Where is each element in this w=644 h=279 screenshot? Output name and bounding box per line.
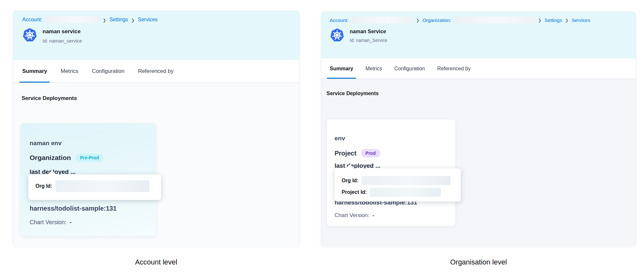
tab-metrics[interactable]: Metrics — [365, 58, 382, 79]
tab-configuration[interactable]: Configuration — [92, 60, 124, 83]
tab-configuration[interactable]: Configuration — [394, 58, 425, 79]
service-header: Account: ❯ Settings ❯ Services — [13, 11, 299, 60]
org-id-label: Org Id: — [35, 183, 52, 189]
breadcrumb-services-link[interactable]: Services — [572, 17, 590, 23]
tab-referenced-by[interactable]: Referenced by — [437, 58, 471, 79]
scope-label: Organization — [30, 154, 71, 162]
chevron-right-icon: ❯ — [565, 18, 568, 23]
env-type-badge: Pre-Prod — [75, 154, 103, 162]
breadcrumb-services-link[interactable]: Services — [138, 17, 157, 23]
project-id-label: Project Id: — [342, 189, 367, 195]
summary-tab-content: Service Deployments env Project Prod las… — [321, 79, 636, 246]
caption-organisation-level: Organisation level — [321, 258, 636, 266]
environment-card[interactable]: env Project Prod last deployed ... Org I… — [327, 119, 456, 226]
service-header: Account: ❯ Organization: ❯ Settings ❯ Se… — [321, 12, 636, 58]
chart-version-label: Chart Version: — [335, 212, 369, 219]
section-title: Service Deployments — [327, 91, 379, 96]
chart-version-value: - — [373, 212, 374, 219]
service-tabs: Summary Metrics Configuration Referenced… — [321, 58, 636, 79]
scope-id-tooltip: Org Id: Project Id: — [335, 168, 461, 202]
org-id-label: Org Id: — [342, 178, 358, 184]
service-id: Id: naman_service — [43, 38, 82, 44]
breadcrumb-settings-link[interactable]: Settings — [109, 17, 128, 23]
tab-referenced-by[interactable]: Referenced by — [138, 60, 174, 83]
chevron-right-icon: ❯ — [538, 18, 541, 23]
chart-version-label: Chart Version: — [30, 219, 66, 226]
env-type-badge: Prod — [361, 149, 380, 157]
breadcrumb: Account: ❯ Settings ❯ Services — [22, 16, 290, 23]
tab-summary[interactable]: Summary — [22, 60, 47, 83]
scope-id-tooltip: Org Id: — [28, 174, 161, 200]
redacted-project-id — [370, 188, 441, 197]
service-title: naman service — [43, 28, 82, 35]
breadcrumb: Account: ❯ Organization: ❯ Settings ❯ Se… — [330, 16, 627, 24]
service-tabs: Summary Metrics Configuration Referenced… — [13, 60, 299, 83]
environment-name: env — [335, 135, 345, 142]
chevron-right-icon: ❯ — [103, 18, 106, 23]
chart-version-value: - — [70, 219, 71, 226]
service-id: Id: naman_Service — [350, 38, 387, 43]
breadcrumb-organization-link[interactable]: Organization: — [422, 17, 451, 23]
service-title: naman Service — [350, 29, 387, 35]
environment-card[interactable]: naman env Organization Pre-Prod last dep… — [21, 124, 156, 236]
tab-summary[interactable]: Summary — [330, 58, 353, 79]
redacted-org-id — [362, 176, 450, 185]
caption-account-level: Account level — [13, 258, 299, 266]
organisation-level-panel: Account: ❯ Organization: ❯ Settings ❯ Se… — [321, 12, 636, 246]
screenshot-canvas: Account: ❯ Settings ❯ Services — [0, 0, 644, 279]
summary-tab-content: Service Deployments naman env Organizati… — [13, 83, 299, 246]
chevron-right-icon: ❯ — [131, 18, 135, 23]
breadcrumb-account-link[interactable]: Account: — [330, 17, 348, 23]
tab-metrics[interactable]: Metrics — [61, 60, 78, 83]
scope-label: Project — [335, 150, 356, 157]
redacted-account-name — [45, 16, 99, 23]
chevron-right-icon: ❯ — [416, 18, 419, 23]
breadcrumb-account-link[interactable]: Account: — [22, 17, 42, 23]
kubernetes-icon — [330, 28, 345, 44]
breadcrumb-settings-link[interactable]: Settings — [545, 17, 562, 23]
kubernetes-icon — [22, 28, 37, 44]
section-title: Service Deployments — [22, 95, 77, 102]
account-level-panel: Account: ❯ Settings ❯ Services — [13, 11, 299, 246]
redacted-account-name — [352, 16, 413, 24]
environment-name: naman env — [30, 140, 62, 147]
redacted-organization-name — [454, 16, 535, 24]
artifact-tag: harness/todolist-sample:131 — [30, 205, 117, 212]
redacted-org-id — [55, 180, 149, 192]
